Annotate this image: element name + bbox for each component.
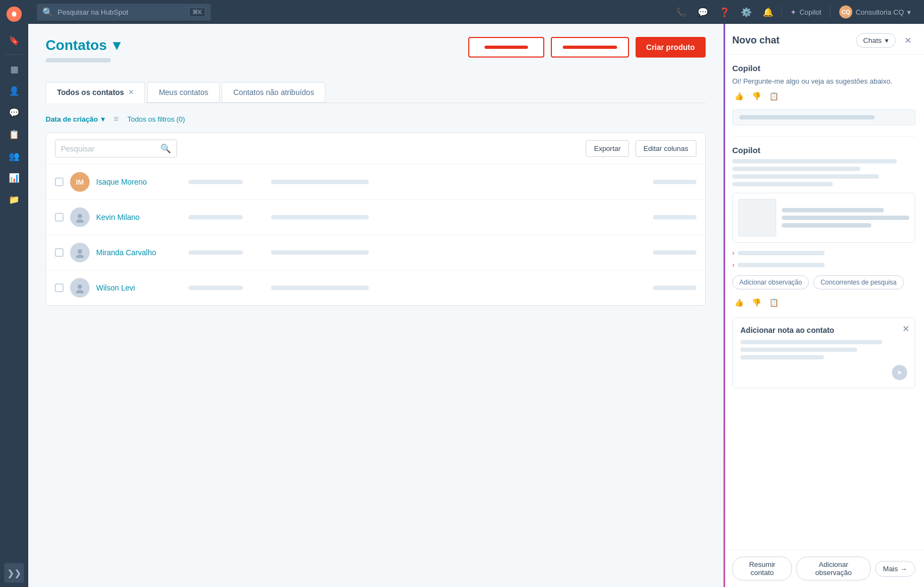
svg-point-1 bbox=[12, 12, 16, 16]
copy-icon[interactable]: 📋 bbox=[767, 90, 780, 103]
sidebar-item-bookmarks[interactable]: 🔖 bbox=[4, 30, 24, 50]
contact-name-1[interactable]: Isaque Moreno bbox=[96, 178, 178, 186]
row-checkbox-1[interactable] bbox=[55, 178, 64, 186]
page-top: Contatos ▾ Criar produto bbox=[46, 37, 706, 73]
rating-row: 👍 👎 📋 bbox=[732, 296, 915, 309]
search-input[interactable] bbox=[61, 144, 156, 153]
panel-body: Copilot Oi! Pergunte-me algo ou veja as … bbox=[724, 55, 924, 550]
add-observation-button[interactable]: Adicionar observação bbox=[796, 557, 870, 580]
notifications-icon[interactable]: 🔔 bbox=[759, 3, 777, 21]
add-note-card: Adicionar nota ao contato ✕ ➤ bbox=[732, 318, 915, 388]
expand-item-2[interactable]: › bbox=[732, 261, 915, 269]
copilot-section-1: Copilot Oi! Pergunte-me algo ou veja as … bbox=[732, 64, 915, 125]
tab-my-contacts[interactable]: Meus contatos bbox=[147, 82, 219, 103]
sidebar: 🔖 ▦ 👤 💬 📋 👥 📊 📁 ❯❯ bbox=[0, 0, 28, 587]
chats-label: Chats bbox=[863, 36, 882, 45]
contact-data-3a bbox=[188, 250, 243, 255]
edit-columns-button[interactable]: Editar colunas bbox=[636, 140, 696, 157]
add-note-lines bbox=[740, 340, 907, 359]
contact-avatar-4 bbox=[70, 278, 90, 298]
contact-data-3c bbox=[653, 250, 696, 255]
copilot-actions-1: 👍 👎 📋 bbox=[732, 90, 915, 103]
sidebar-item-folder[interactable]: 📁 bbox=[4, 190, 24, 209]
thumbs-up-icon[interactable]: 👍 bbox=[732, 90, 745, 103]
tag-button-add-note[interactable]: Adicionar observação bbox=[732, 275, 809, 289]
copilot-input-area-1[interactable] bbox=[732, 109, 915, 125]
action-button-2[interactable] bbox=[551, 37, 629, 58]
copilot-section-2: Copilot › bbox=[732, 136, 915, 309]
add-note-send-area: ➤ bbox=[740, 365, 907, 380]
row-checkbox-2[interactable] bbox=[55, 213, 64, 222]
send-button[interactable]: ➤ bbox=[892, 365, 907, 380]
thumbs-down-icon-2[interactable]: 👎 bbox=[750, 296, 763, 309]
contact-data-2b bbox=[271, 215, 369, 219]
row-checkbox-3[interactable] bbox=[55, 248, 64, 257]
copy-icon-2[interactable]: 📋 bbox=[767, 296, 780, 309]
contact-name-3[interactable]: Miranda Carvalho bbox=[96, 248, 178, 257]
row-checkbox-4[interactable] bbox=[55, 283, 64, 292]
right-panel: Novo chat Chats ▾ ✕ Copilot Oi! Pergunte… bbox=[723, 24, 924, 587]
tab-all-contacts-close[interactable]: ✕ bbox=[128, 89, 134, 96]
panel-title: Novo chat bbox=[732, 35, 856, 46]
sidebar-item-chat[interactable]: 💬 bbox=[4, 103, 24, 122]
sidebar-bottom: ❯❯ bbox=[4, 563, 24, 583]
panel-close-button[interactable]: ✕ bbox=[900, 33, 915, 48]
table-search[interactable]: 🔍 bbox=[55, 140, 177, 157]
sidebar-item-chart[interactable]: 📊 bbox=[4, 168, 24, 187]
tabs-container: Todos os contatos ✕ Meus contatos Contat… bbox=[46, 82, 706, 103]
chats-button[interactable]: Chats ▾ bbox=[856, 33, 896, 48]
date-filter-button[interactable]: Data de criação ▾ bbox=[46, 115, 105, 123]
tag-button-competitors[interactable]: Concorrentes de pesquisa bbox=[813, 275, 903, 289]
contact-name-4[interactable]: Wilson Levi bbox=[96, 283, 178, 292]
chevron-right-icon-2: › bbox=[732, 261, 734, 269]
chat-icon[interactable]: 💬 bbox=[694, 3, 712, 21]
copilot-greeting: Oi! Pergunte-me algo ou veja as sugestõe… bbox=[732, 77, 915, 85]
help-icon[interactable]: ❓ bbox=[716, 3, 733, 21]
more-button[interactable]: Mais → bbox=[875, 561, 915, 577]
sidebar-item-contacts[interactable]: 👤 bbox=[4, 81, 24, 100]
expand-bar-2 bbox=[738, 263, 825, 267]
thumbs-up-icon-2[interactable]: 👍 bbox=[732, 296, 745, 309]
contact-name-2[interactable]: Kevin Milano bbox=[96, 213, 178, 222]
svg-point-5 bbox=[76, 255, 84, 258]
contact-data-4c bbox=[653, 286, 696, 290]
page-title-dropdown[interactable]: ▾ bbox=[111, 40, 122, 51]
contact-avatar-3 bbox=[70, 243, 90, 262]
table-toolbar: 🔍 Exportar Editar colunas bbox=[46, 133, 705, 165]
card-lines bbox=[782, 199, 909, 237]
sidebar-item-notes[interactable]: 📋 bbox=[4, 124, 24, 144]
tab-unassigned-contacts[interactable]: Contatos não atribuídos bbox=[222, 82, 325, 103]
search-shortcut: ⌘K bbox=[189, 8, 205, 17]
thumbs-down-icon[interactable]: 👎 bbox=[750, 90, 763, 103]
note-line-3 bbox=[740, 355, 824, 359]
sidebar-divider-1 bbox=[5, 54, 23, 55]
contact-avatar-1: IM bbox=[70, 172, 90, 192]
all-filters-button[interactable]: Todos os filtros (0) bbox=[127, 115, 185, 123]
account-button[interactable]: CQ Consultoria CQ ▾ bbox=[835, 3, 915, 21]
copilot-section-2-title: Copilot bbox=[732, 146, 915, 155]
panel-accent bbox=[724, 24, 725, 587]
phone-icon[interactable]: 📞 bbox=[672, 3, 690, 21]
export-button[interactable]: Exportar bbox=[586, 140, 628, 157]
sidebar-expand-btn[interactable]: ❯❯ bbox=[4, 563, 24, 583]
global-search[interactable]: 🔍 Pesquisar na HubSpot ⌘K bbox=[37, 4, 211, 21]
sidebar-item-dashboard[interactable]: ▦ bbox=[4, 59, 24, 79]
copilot-button[interactable]: ✦ Copilot bbox=[786, 6, 826, 18]
tab-all-contacts[interactable]: Todos os contatos ✕ bbox=[46, 82, 145, 103]
expand-item-1[interactable]: › bbox=[732, 249, 915, 257]
settings-icon[interactable]: ⚙️ bbox=[738, 3, 755, 21]
create-product-button[interactable]: Criar produto bbox=[636, 37, 706, 58]
date-filter-label: Data de criação bbox=[46, 115, 98, 123]
avatar: CQ bbox=[839, 5, 852, 18]
summarize-contact-button[interactable]: Resumir contato bbox=[732, 557, 792, 580]
action-button-1[interactable] bbox=[468, 37, 544, 58]
card-line-1 bbox=[782, 208, 884, 212]
hubspot-logo[interactable] bbox=[4, 4, 24, 24]
contact-data-3b bbox=[271, 250, 369, 255]
page-subtitle-bar bbox=[46, 58, 111, 62]
add-note-close-button[interactable]: ✕ bbox=[902, 324, 909, 334]
btn1-placeholder bbox=[485, 46, 528, 49]
chevron-right-icon-1: › bbox=[732, 249, 734, 257]
date-filter-icon: ▾ bbox=[101, 115, 105, 123]
sidebar-item-people[interactable]: 👥 bbox=[4, 146, 24, 166]
